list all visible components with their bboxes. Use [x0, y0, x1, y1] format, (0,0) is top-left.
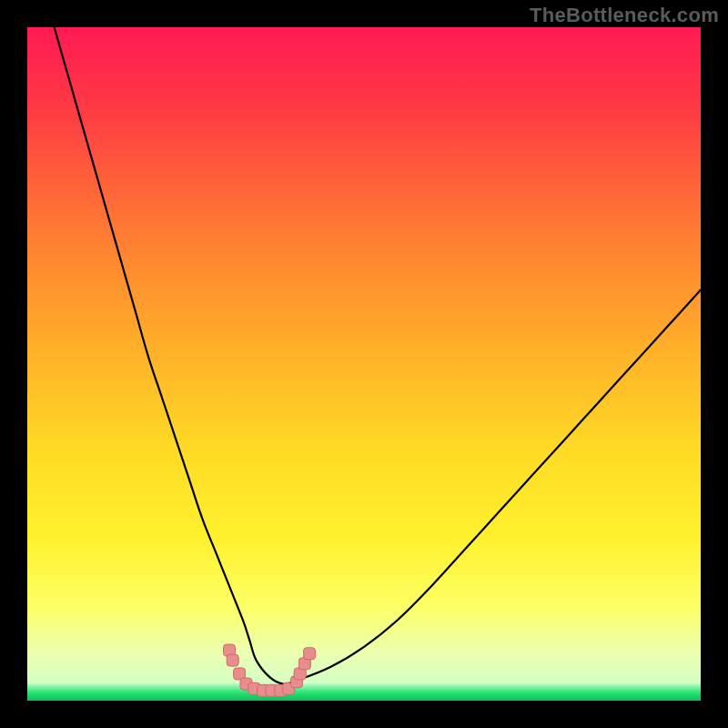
highlight-marker	[227, 654, 238, 666]
plot-background	[27, 27, 701, 701]
green-band	[27, 683, 701, 701]
chart-frame: { "watermark": "TheBottleneck.com", "col…	[0, 0, 728, 728]
bottleneck-chart	[0, 0, 728, 728]
watermark-text: TheBottleneck.com	[530, 4, 719, 27]
highlight-marker	[304, 648, 316, 660]
